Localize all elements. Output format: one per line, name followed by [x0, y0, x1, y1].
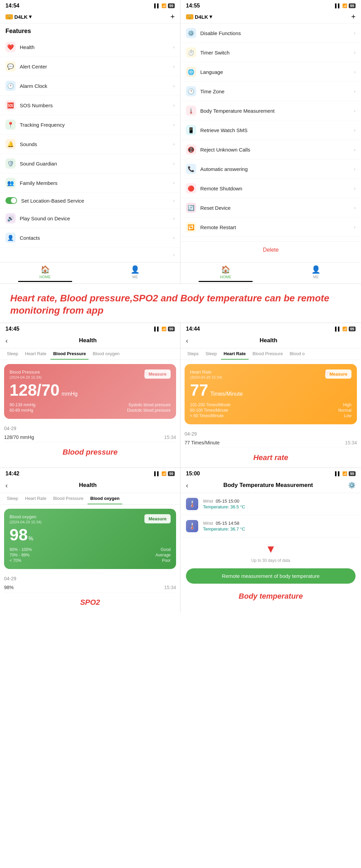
reset-icon: 🔄 [186, 203, 196, 213]
hr-history-value: 77 Times/Minute [185, 440, 220, 445]
time-1: 14:54 [5, 3, 19, 9]
location-toggle[interactable] [5, 197, 17, 204]
back-btn-6[interactable]: ‹ [186, 482, 188, 489]
menu-item-contacts[interactable]: 👤 Contacts › [0, 228, 180, 248]
menu-item-auto-answer[interactable]: 📞 Automatic answering › [180, 159, 361, 179]
battery-6: 99 [349, 471, 356, 476]
location-chevron: › [173, 198, 175, 203]
sos-chevron: › [173, 102, 175, 108]
menu-item-sounds[interactable]: 🔔 Sounds › [0, 135, 180, 154]
tab-blood-o-4[interactable]: Blood o [287, 348, 307, 360]
temp-datetime-1: 05-15 15:00 [216, 499, 239, 504]
add-icon-2[interactable]: + [351, 12, 356, 21]
tab-bp-4[interactable]: Blood Pressure [250, 348, 286, 360]
menu-item-sos[interactable]: 🆘 SOS Numbers › [0, 96, 180, 115]
disable-icon: ⚙️ [186, 28, 196, 38]
spo2-range-label-3: Poor [162, 558, 171, 563]
menu-item-location[interactable]: Set Location-Based Service › [0, 193, 180, 209]
menu-item-reset[interactable]: 🔄 Reset Device › [180, 198, 361, 218]
tab-sleep-5[interactable]: Sleep [4, 493, 21, 504]
menu-item-play-sound[interactable]: 🔊 Play Sound on Device › [0, 209, 180, 228]
menu-item-body-temp[interactable]: 🌡️ Body Temperature Measurement › [180, 101, 361, 121]
hr-range-3: < 60 Times/Minute [190, 413, 223, 418]
time-6: 15:00 [186, 471, 200, 477]
tab-bp-5[interactable]: Blood Pressure [50, 493, 86, 504]
me-icon-1: 👤 [130, 265, 140, 274]
sub-header-4: ‹ Health [180, 333, 361, 348]
tab-steps-4[interactable]: Steps [185, 348, 201, 360]
alarm-label: Alarm Clock [20, 83, 47, 89]
nav-me-2[interactable]: 👤 ME [271, 263, 361, 283]
hr-measure-button[interactable]: Measure [325, 369, 351, 379]
hr-range-2: 60-100 Times/Minute [190, 408, 228, 413]
tab-bp-3[interactable]: Blood Pressure [50, 348, 89, 360]
menu-item-tracking[interactable]: 📍 Tracking Frequency › [0, 115, 180, 135]
tab-hr-4[interactable]: Heart Rate [221, 348, 249, 360]
nav-home-label-2: HOME [220, 275, 231, 279]
menu-item-health[interactable]: ❤️ Health › [0, 37, 180, 57]
spo2-range-2: 70% - 89% [10, 553, 30, 557]
back-btn-5[interactable]: ‹ [5, 482, 8, 489]
menu-item-reject-calls[interactable]: 📵 Reject Unknown Calls › [180, 140, 361, 159]
tab-sleep-3[interactable]: Sleep [4, 348, 21, 360]
hr-card: ▼ Heart Rate (2024-04-29 15:34) 77 Times… [185, 364, 357, 424]
menu-item-disable[interactable]: ⚙️ Disable Functions › [180, 23, 361, 43]
back-btn-3[interactable]: ‹ [5, 337, 8, 345]
temp-icon-2: 🌡️ [186, 520, 198, 532]
tab-heart-3[interactable]: Heart Rate [22, 348, 49, 360]
menu-item-timer[interactable]: ⏱️ Timer Switch › [180, 43, 361, 62]
nav-underline-2 [199, 281, 253, 282]
tab-oxygen-5[interactable]: Blood oxygen [88, 493, 122, 504]
menu-item-extra[interactable]: › [0, 248, 180, 262]
auto-answer-chevron: › [354, 166, 356, 172]
spo2-label: SPO2 [0, 595, 180, 612]
back-btn-4[interactable]: ‹ [186, 337, 188, 345]
device-name-2: 🔒 D4LK ▾ [186, 14, 212, 20]
tab-oxygen-3[interactable]: Blood oxygen [90, 348, 122, 360]
screen-spo2: 14:42 ▌▌ 📶 99 ‹ Health Sleep Heart Rate … [0, 468, 180, 612]
menu-item-alert[interactable]: 💬 Alert Center › [0, 57, 180, 76]
tab-sleep-4[interactable]: Sleep [203, 348, 219, 360]
arrow-down-temp: ▼ [265, 543, 276, 555]
nav-home-2[interactable]: 🏠 HOME [180, 263, 271, 283]
menu-item-remote-restart[interactable]: 🔁 Remote Restart › [180, 218, 361, 237]
health-label: Health [20, 44, 34, 50]
promo-section: Heart rate, Blood pressure,SPO2 and Body… [0, 284, 361, 323]
health-tabs-3: Sleep Heart Rate Blood Pressure Blood ox… [0, 348, 180, 360]
device-label-1: D4LK [14, 14, 28, 20]
menu-item-remote-shutdown[interactable]: 🔴 Remote Shutdown › [180, 179, 361, 198]
features-title: Features [0, 23, 180, 37]
temp-value-2: Temperature: 36.7 °C [203, 526, 356, 532]
status-icons-2: ▌▌ 📶 99 [335, 3, 356, 8]
bp-measure-button[interactable]: Measure [144, 369, 171, 379]
signal-icon-1: ▌▌ [154, 3, 160, 8]
nav-underline-1 [18, 281, 72, 282]
sound-guardian-label: Sound Guardian [20, 161, 57, 167]
screen-body-temp: 15:00 ▌▌ 📶 99 ‹ Body Temperature Measure… [180, 468, 361, 612]
spo2-measure-button[interactable]: Measure [144, 514, 171, 523]
lock-badge-1: 🔒 [5, 14, 13, 19]
add-icon-1[interactable]: + [170, 12, 175, 21]
menu-item-family[interactable]: 👥 Family Members › [0, 173, 180, 193]
health-title-5: Health [79, 482, 97, 489]
temp-type-1: Wrist [203, 499, 213, 504]
bp-history-item: 128/70 mmHg 15:34 [4, 432, 176, 442]
menu-item-sound-guardian[interactable]: 🛡️ Sound Guardian › [0, 154, 180, 173]
tab-hr-5[interactable]: Heart Rate [22, 493, 49, 504]
retrieve-sms-label: Retrieve Watch SMS [200, 127, 248, 133]
menu-item-alarm[interactable]: 🕐 Alarm Clock › [0, 76, 180, 96]
me-icon-2: 👤 [311, 265, 320, 274]
remote-measure-button[interactable]: Remote measurement of body temperature [186, 568, 356, 584]
delete-button[interactable]: Delete [180, 241, 361, 258]
gear-icon-6[interactable]: ⚙️ [348, 482, 356, 489]
screen-features: 14:54 ▌▌ 📶 99 🔒 D4LK ▾ + Features ❤️ Hea… [0, 0, 180, 283]
menu-item-retrieve-sms[interactable]: 📱 Retrieve Watch SMS › [180, 121, 361, 140]
language-chevron: › [354, 69, 356, 75]
nav-me-1[interactable]: 👤 ME [90, 263, 180, 283]
bp-unit: mmHg [62, 391, 78, 397]
menu-item-timezone[interactable]: 🕐 Time Zone › [180, 82, 361, 101]
menu-item-language[interactable]: 🌐 Language › [180, 62, 361, 82]
nav-home-1[interactable]: 🏠 HOME [0, 263, 90, 283]
signal-icon-6: ▌▌ [335, 471, 341, 476]
bp-range-label-2: Diastolic blood pressure [127, 408, 171, 413]
